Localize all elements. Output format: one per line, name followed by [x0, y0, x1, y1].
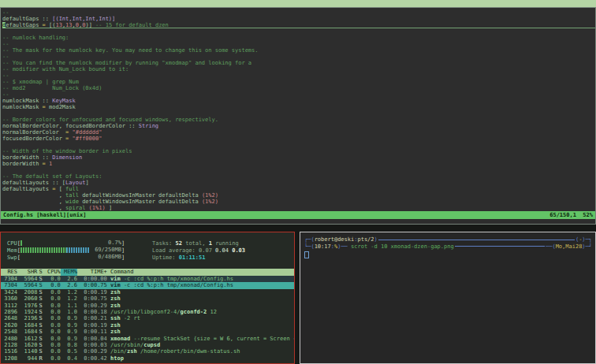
- editor-line: [2, 28, 595, 35]
- code-token: (1%2): [202, 192, 218, 199]
- mem-meter-track: 69/250MB: [20, 247, 121, 253]
- code-token: defaultWindowsInMaster defaultDelta: [79, 192, 202, 199]
- process-row[interactable]: 34242008S0.01.20:00.19zsh: [1, 289, 294, 295]
- editor-line: normalBorderColor, focusedBorderColor ::…: [2, 123, 595, 129]
- code-token: -- You can find the numlock modifier by …: [2, 60, 251, 66]
- process-cell-res: 3360: [1, 295, 17, 302]
- code-token: --: [2, 72, 9, 79]
- code-token: -- The default set of Layouts:: [2, 173, 102, 180]
- command-token: /home/robert/bin/dwm-status.sh: [137, 348, 240, 355]
- process-cell-s: S: [37, 315, 43, 321]
- code-token: ]: [106, 205, 112, 211]
- command-token: zsh: [110, 303, 121, 309]
- process-cell-shr: 2196: [17, 315, 37, 321]
- code-token: -- 15 for default dzen: [95, 22, 169, 28]
- process-row[interactable]: 26201684S0.00.90:00.19zsh: [1, 322, 294, 329]
- process-cell-mem: 0.9: [61, 336, 77, 342]
- code-token: normalBorderColor: [2, 129, 65, 136]
- process-cell-time: 0:00.03: [77, 342, 107, 348]
- column-command[interactable]: Command: [107, 269, 134, 276]
- cpu-meter-bar: [20, 240, 23, 246]
- process-cell-mem: 0.9: [61, 329, 77, 335]
- editor-line: [2, 142, 595, 148]
- process-cell-cpu: 0.0: [44, 309, 61, 315]
- column-cpu[interactable]: CPU%: [44, 269, 61, 276]
- process-row[interactable]: 31121976S0.01.10:00.29zsh: [1, 303, 294, 309]
- code-token: defaultWindowsInMaster defaultDelta: [79, 199, 202, 205]
- uptime-value: 01:11:51: [179, 254, 206, 261]
- cpu-meter-value: 0.7%: [108, 240, 121, 246]
- process-row[interactable]: 73045964S0.02.60:00.75vim -c :cd %:p:h t…: [1, 282, 294, 288]
- process-cell-cpu: 0.0: [44, 329, 61, 335]
- prompt-frame: ┌─(: [304, 236, 315, 243]
- prompt-time: 10:17: [315, 243, 331, 251]
- editor-line: -- Width of the window border in pixels: [2, 148, 595, 154]
- process-cell-res: 7304: [1, 276, 17, 282]
- process-cell-cpu: 0.0: [44, 355, 61, 362]
- column-mem-sorted[interactable]: MEM%: [61, 269, 77, 276]
- load-5min: 0.04: [215, 247, 229, 254]
- load-label: Load average:: [152, 247, 196, 254]
- code-token: "#dddddd": [73, 129, 102, 136]
- command-token: /usr/lib/libgconf2-4/: [110, 309, 181, 315]
- column-time[interactable]: TIME+: [77, 269, 107, 276]
- editor-line: defaultGaps = [(13,13,0,0)] -- 15 for de…: [2, 22, 595, 28]
- process-row[interactable]: 25481684S0.00.90:00.11zsh: [1, 329, 294, 335]
- process-row[interactable]: 15161140S0.00.50:00.29/bin/zsh /home/rob…: [1, 348, 294, 355]
- process-cell-s: S: [37, 295, 43, 302]
- mem-meter-label: Mem: [7, 247, 17, 254]
- code-token: ,: [2, 199, 65, 205]
- process-row[interactable]: 73045964S0.02.60:00.00vim -c :cd %:p:h t…: [1, 276, 294, 282]
- command-token: -c :cd %:p:h tmp/xmonad/Config.hs: [121, 276, 233, 282]
- code-token: mod2Mask: [46, 104, 76, 110]
- prompt-date-tag: Mo,Mai28: [556, 243, 583, 251]
- code-token: [(Int,Int,Int,Int)]: [52, 16, 115, 22]
- process-cell-cpu: 0.0: [44, 289, 61, 295]
- column-res[interactable]: RES: [1, 269, 17, 276]
- bracket: ]: [121, 240, 125, 247]
- code-token: defaultLayouts: [2, 186, 52, 192]
- code-token: efaultGaps: [6, 22, 42, 28]
- command-token: xmonad: [110, 336, 130, 342]
- process-cell-shr: 1684: [17, 322, 37, 329]
- process-row[interactable]: 1208944R0.00.40:00.42htop: [1, 355, 294, 362]
- process-table-header[interactable]: RESSHRSCPU%MEM%TIME+Command: [1, 269, 294, 276]
- command-token: htop: [110, 355, 124, 362]
- command-token: cupsd: [143, 342, 160, 348]
- editor-line: -- Border colors for unfocused and focus…: [2, 117, 595, 123]
- code-token: spiral: [65, 205, 85, 211]
- process-row[interactable]: 33602060S0.01.20:00.75zsh: [1, 295, 294, 302]
- terminal-window[interactable]: ┌─(robert@deski:pts/2)(-)─┐ └─(10:17:%)─…: [300, 232, 596, 364]
- prompt-frame: )──: [337, 243, 348, 251]
- column-shr[interactable]: SHR: [17, 269, 37, 276]
- code-token: "#ff0000": [73, 136, 102, 142]
- process-row[interactable]: 28961924S0.01.00:00.18/usr/lib/libgconf2…: [1, 309, 294, 315]
- tasks-running: 1: [209, 240, 212, 247]
- code-token: --: [2, 91, 9, 98]
- process-cell-mem: 1.2: [61, 289, 77, 295]
- process-cell-s: S: [37, 329, 43, 335]
- code-token: -- modifier with Num_Lock bound to it:: [2, 66, 129, 72]
- editor-window[interactable]: --defaultGaps :: [(Int,Int,Int,Int)]defa…: [0, 7, 596, 225]
- tasks-total: 52: [176, 240, 182, 247]
- process-row[interactable]: 26482196S0.00.90:00.21ssh -2 rt: [1, 315, 294, 321]
- command-token: zsh: [110, 295, 121, 302]
- editor-line: focusedBorderColor = "#ff0000": [2, 136, 595, 142]
- process-cell-s: R: [37, 355, 43, 362]
- process-cell-s: S: [37, 348, 43, 355]
- editor-line: defaultLayouts = [ full: [2, 186, 595, 192]
- editor-line: defaultLayouts :: [Layout]: [2, 180, 595, 186]
- editor-buffer[interactable]: --defaultGaps :: [(Int,Int,Int,Int)]defa…: [1, 8, 595, 211]
- process-row[interactable]: 21281620S0.00.80:00.03/usr/sbin/cupsd: [1, 342, 294, 348]
- htop-window[interactable]: CPU[0.7%] Mem[69/250MB] Swp[0/486MB] Tas…: [0, 232, 295, 364]
- command-token: -2 rt: [121, 315, 140, 321]
- process-cell-res: 2896: [1, 309, 17, 315]
- prompt-frame: └─(: [304, 243, 315, 251]
- column-state[interactable]: S: [37, 269, 43, 276]
- process-row[interactable]: 24801612S0.00.90:00.04xmonad --resume St…: [1, 336, 294, 342]
- typed-command: scrot -d 10 xmonad-dzen-gap.png: [348, 243, 454, 251]
- process-cell-res: 7304: [1, 282, 17, 288]
- terminal-command-line[interactable]: └─(10:17:%)── scrot -d 10 xmonad-dzen-ga…: [304, 243, 592, 251]
- editor-line: --: [2, 54, 595, 60]
- command-token: /bin/: [110, 348, 127, 355]
